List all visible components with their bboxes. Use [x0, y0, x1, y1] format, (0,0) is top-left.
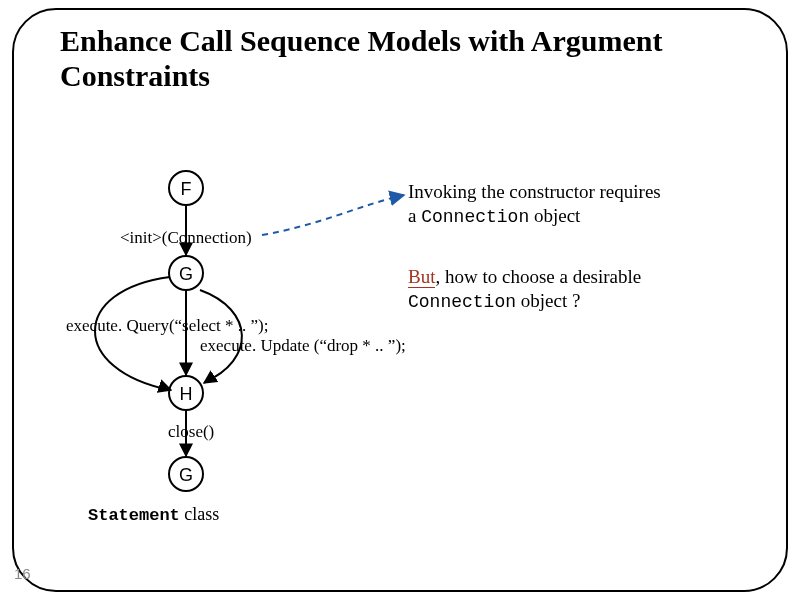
node-G-bottom: G — [168, 456, 204, 492]
annotation-question: But, how to choose a desirable Connectio… — [408, 265, 738, 313]
anno-top-line2c: object — [529, 205, 580, 226]
slide-title: Enhance Call Sequence Models with Argume… — [60, 24, 680, 93]
anno-top-line2a: a — [408, 205, 421, 226]
class-label: Statement class — [88, 504, 219, 525]
node-G-top: G — [168, 255, 204, 291]
slide-number: 16 — [14, 565, 31, 582]
anno-but: But — [408, 266, 435, 288]
anno-top-mono: Connection — [421, 207, 529, 227]
anno-bot-mono: Connection — [408, 292, 516, 312]
edge-update-label: execute. Update (“drop * .. ”); — [200, 336, 406, 356]
anno-top-line1: Invoking the constructor requires — [408, 181, 661, 202]
node-H: H — [168, 375, 204, 411]
anno-bot-line2b: object ? — [516, 290, 580, 311]
edge-query-label: execute. Query(“select * .. ”); — [66, 316, 268, 336]
anno-bot-line1b: , how to choose a desirable — [435, 266, 641, 287]
class-label-mono: Statement — [88, 506, 180, 525]
annotation-constructor: Invoking the constructor requires a Conn… — [408, 180, 738, 228]
class-label-plain: class — [180, 504, 220, 524]
node-F: F — [168, 170, 204, 206]
edge-init-label: <init>(Connection) — [120, 228, 252, 248]
edge-close-label: close() — [168, 422, 214, 442]
